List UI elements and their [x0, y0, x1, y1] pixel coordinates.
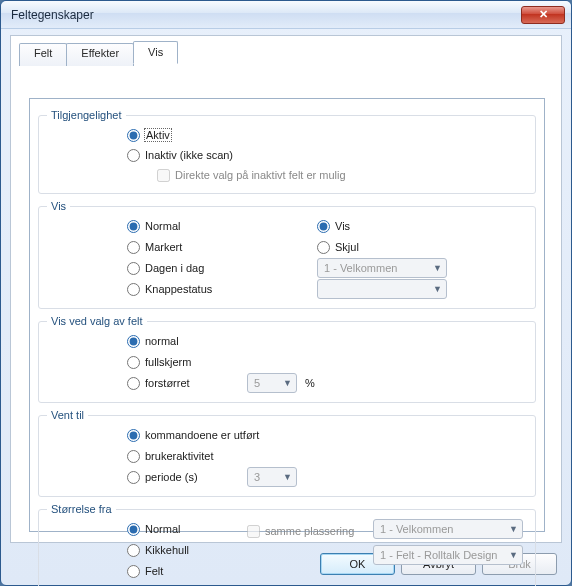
chevron-down-icon: ▼ — [433, 263, 442, 273]
combo-zoom: 5▼ — [247, 373, 297, 393]
tab-strip: Felt Effekter Vis — [19, 41, 177, 64]
group-storrelse-fra: Størrelse fra Normal Kikkehull Felt samm… — [38, 503, 536, 586]
client-area: Tilgjengelighet Aktiv Inaktiv (ikke scan… — [10, 35, 562, 543]
label-sf-normal: Normal — [145, 523, 180, 535]
tab-effekter[interactable]: Effekter — [66, 43, 134, 66]
radio-vis-markert[interactable] — [127, 241, 140, 254]
radio-vv-forstorret[interactable] — [127, 377, 140, 390]
label-samme-plassering: samme plassering — [265, 525, 354, 537]
close-icon: ✕ — [539, 8, 548, 21]
legend-vent-til: Vent til — [47, 409, 88, 421]
radio-sf-felt[interactable] — [127, 565, 140, 578]
chevron-down-icon: ▼ — [283, 472, 292, 482]
label-vt-bruker: brukeraktivitet — [145, 450, 213, 462]
label-vis-normal: Normal — [145, 220, 180, 232]
legend-storrelse-fra: Størrelse fra — [47, 503, 116, 515]
legend-tilgjengelighet: Tilgjengelighet — [47, 109, 126, 121]
label-inaktiv: Inaktiv (ikke scan) — [145, 149, 233, 161]
label-vt-kommando: kommandoene er utført — [145, 429, 259, 441]
label-vis-vis: Vis — [335, 220, 350, 232]
chevron-down-icon: ▼ — [509, 550, 518, 560]
radio-vis-dagen[interactable] — [127, 262, 140, 275]
dialog-window: Feltegenskaper ✕ Felt Effekter Vis Tilgj… — [0, 0, 572, 586]
checkbox-direkte-valg — [157, 169, 170, 182]
label-vv-normal: normal — [145, 335, 179, 347]
legend-vis: Vis — [47, 200, 70, 212]
radio-sf-normal[interactable] — [127, 523, 140, 536]
chevron-down-icon: ▼ — [509, 524, 518, 534]
radio-vis-vis[interactable] — [317, 220, 330, 233]
checkbox-samme-plassering — [247, 525, 260, 538]
label-vv-fullskjerm: fullskjerm — [145, 356, 191, 368]
label-aktiv: Aktiv — [145, 129, 171, 141]
label-sf-kikkehull: Kikkehull — [145, 544, 189, 556]
radio-vis-normal[interactable] — [127, 220, 140, 233]
label-sf-felt: Felt — [145, 565, 163, 577]
label-vt-periode: periode (s) — [145, 471, 198, 483]
label-vis-markert: Markert — [145, 241, 182, 253]
label-direkte-valg: Direkte valg på inaktivt felt er mulig — [175, 169, 346, 181]
group-vis-ved-valg: Vis ved valg av felt normal fullskjerm f… — [38, 315, 536, 403]
window-title: Feltegenskaper — [11, 8, 94, 22]
tab-vis[interactable]: Vis — [133, 41, 178, 64]
radio-sf-kikkehull[interactable] — [127, 544, 140, 557]
chevron-down-icon: ▼ — [433, 284, 442, 294]
group-vent-til: Vent til kommandoene er utført brukerakt… — [38, 409, 536, 497]
group-vis: Vis Normal Markert Dagen i dag Knappesta… — [38, 200, 536, 309]
label-vv-forstorret: forstørret — [145, 377, 190, 389]
combo-sf-felt: 1 - Felt - Rolltalk Design▼ — [373, 545, 523, 565]
radio-aktiv[interactable] — [127, 129, 140, 142]
tab-felt[interactable]: Felt — [19, 43, 67, 66]
radio-vis-skjul[interactable] — [317, 241, 330, 254]
radio-inaktiv[interactable] — [127, 149, 140, 162]
legend-vis-ved-valg: Vis ved valg av felt — [47, 315, 147, 327]
label-vis-dagen: Dagen i dag — [145, 262, 204, 274]
radio-vt-periode[interactable] — [127, 471, 140, 484]
radio-vv-normal[interactable] — [127, 335, 140, 348]
label-percent: % — [305, 377, 315, 389]
titlebar: Feltegenskaper ✕ — [1, 1, 571, 29]
label-vis-skjul: Skjul — [335, 241, 359, 253]
combo-vis-side: 1 - Velkommen▼ — [317, 258, 447, 278]
combo-periode-sec: 3▼ — [247, 467, 297, 487]
label-vis-knappe: Knappestatus — [145, 283, 212, 295]
chevron-down-icon: ▼ — [283, 378, 292, 388]
group-tilgjengelighet: Tilgjengelighet Aktiv Inaktiv (ikke scan… — [38, 109, 536, 194]
tab-panel-vis: Tilgjengelighet Aktiv Inaktiv (ikke scan… — [29, 98, 545, 532]
combo-vis-knappe: ▼ — [317, 279, 447, 299]
radio-vt-kommando[interactable] — [127, 429, 140, 442]
radio-vt-bruker[interactable] — [127, 450, 140, 463]
combo-sf-side: 1 - Velkommen▼ — [373, 519, 523, 539]
radio-vv-fullskjerm[interactable] — [127, 356, 140, 369]
close-button[interactable]: ✕ — [521, 6, 565, 24]
radio-vis-knappe[interactable] — [127, 283, 140, 296]
